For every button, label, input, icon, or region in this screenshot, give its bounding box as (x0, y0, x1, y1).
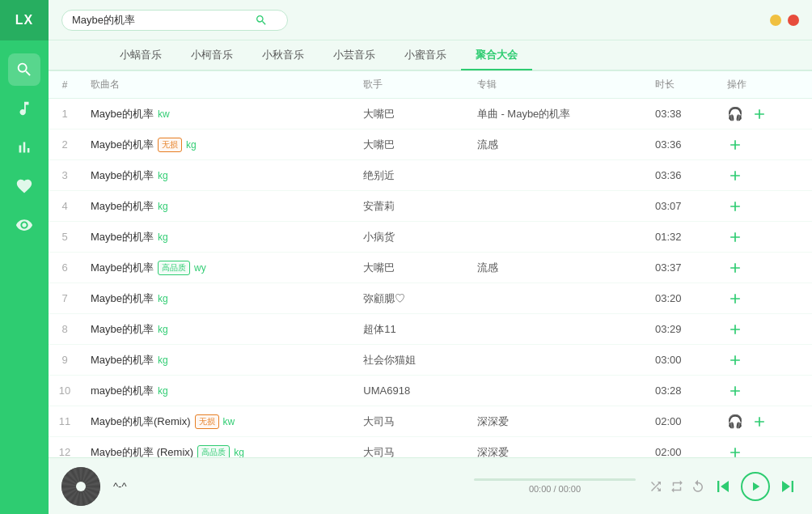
play-song-button[interactable]: 🎧 (727, 106, 743, 121)
row-title: Maybe的机率kg (81, 222, 353, 253)
songs-table: # 歌曲名 歌手 专辑 时长 操作 1Maybe的机率kw大嘴巴单曲 - May… (49, 71, 812, 457)
sidebar-item-heart[interactable] (8, 170, 40, 202)
row-album (467, 345, 645, 376)
row-artist: 大嘴巴 (353, 130, 467, 160)
sidebar-item-chart[interactable] (8, 131, 40, 164)
prev-button[interactable] (712, 475, 734, 498)
table-row: 2Maybe的机率无损kg大嘴巴流感03:36 (49, 130, 812, 160)
search-bar (61, 10, 288, 31)
player-time: 00:00 / 00:00 (474, 484, 636, 494)
row-actions (717, 283, 812, 314)
song-name-text: Maybe的机率 (91, 261, 154, 275)
add-song-button[interactable] (727, 444, 743, 458)
row-album (467, 376, 645, 406)
repeat-button[interactable] (670, 479, 684, 494)
tab-xiaowo[interactable]: 小蜗音乐 (105, 41, 176, 70)
row-duration: 03:00 (645, 345, 717, 376)
add-song-button[interactable] (727, 383, 743, 399)
row-duration: 03:38 (645, 99, 717, 130)
row-index: 11 (49, 406, 81, 437)
player-bar: ^-^ 00:00 / 00:00 (49, 457, 812, 514)
row-artist: 大嘴巴 (353, 99, 467, 130)
row-actions (717, 437, 812, 458)
song-name-text: maybe的机率 (91, 384, 154, 398)
song-name-text: Maybe的机率(Remix) (91, 414, 191, 429)
row-actions (717, 345, 812, 376)
row-title: Maybe的机率kg (81, 283, 353, 314)
shuffle-button[interactable] (649, 479, 663, 494)
add-song-button[interactable] (727, 168, 743, 184)
song-name-text: Maybe的机率 (91, 291, 154, 306)
row-artist: 小病货 (353, 222, 467, 253)
tab-juheda[interactable]: 聚合大会 (461, 41, 532, 70)
row-artist: 绝别近 (353, 160, 467, 191)
row-index: 3 (49, 160, 81, 191)
row-title: Maybe的机率kg (81, 191, 353, 222)
next-button[interactable] (776, 475, 799, 498)
row-index: 9 (49, 345, 81, 376)
row-index: 10 (49, 376, 81, 406)
add-song-button[interactable] (727, 352, 743, 368)
table-row: 8Maybe的机率kg超体1103:29 (49, 314, 812, 345)
badge-free: 无损 (195, 414, 219, 429)
window-controls (770, 15, 799, 26)
row-title: Maybe的机率kg (81, 314, 353, 345)
sidebar-item-music[interactable] (8, 92, 40, 125)
source-tag2: kg (234, 447, 244, 458)
minimize-button[interactable] (770, 15, 781, 26)
play-song-button[interactable]: 🎧 (727, 414, 743, 429)
add-song-button[interactable] (727, 137, 743, 153)
search-input[interactable] (72, 14, 250, 26)
row-actions (717, 253, 812, 283)
loop-button[interactable] (691, 479, 705, 494)
row-duration: 03:36 (645, 160, 717, 191)
source-tag: kg (158, 355, 168, 366)
song-name-text: Maybe的机率 (91, 138, 154, 152)
row-actions (717, 314, 812, 345)
row-actions (717, 376, 812, 406)
sidebar-nav (8, 40, 40, 514)
close-button[interactable] (788, 15, 799, 26)
tab-xiaoqiu[interactable]: 小秋音乐 (247, 41, 319, 70)
header (49, 0, 812, 40)
app-logo: LX (0, 0, 49, 40)
col-album: 专辑 (467, 71, 645, 99)
sidebar: LX (0, 0, 49, 514)
row-index: 1 (49, 99, 81, 130)
row-duration: 03:20 (645, 283, 717, 314)
add-song-button[interactable] (727, 321, 743, 338)
search-button[interactable] (255, 14, 268, 27)
song-name-text: Maybe的机率 (91, 353, 154, 367)
add-song-button[interactable] (751, 106, 768, 122)
add-song-button[interactable] (727, 260, 743, 276)
play-button[interactable] (741, 472, 770, 501)
row-duration: 03:36 (645, 130, 717, 160)
tab-xiaoyun[interactable]: 小芸音乐 (319, 41, 390, 70)
table-row: 6Maybe的机率高品质wy大嘴巴流感03:37 (49, 253, 812, 283)
tab-xiaoke[interactable]: 小柯音乐 (176, 41, 247, 70)
table-row: 4Maybe的机率kg安蕾莉03:07 (49, 191, 812, 222)
row-album (467, 283, 645, 314)
row-duration: 03:37 (645, 253, 717, 283)
row-album: 单曲 - Maybe的机率 (467, 99, 645, 130)
row-duration: 01:32 (645, 222, 717, 253)
add-song-button[interactable] (727, 198, 743, 215)
song-name-text: Maybe的机率 (91, 199, 154, 214)
add-song-button[interactable] (751, 414, 768, 430)
table-row: 9Maybe的机率kg社会你猫姐03:00 (49, 345, 812, 376)
sidebar-item-discover[interactable] (8, 209, 40, 241)
row-title: Maybe的机率kg (81, 160, 353, 191)
badge-hq: 高品质 (158, 261, 190, 275)
progress-bar[interactable] (474, 478, 636, 481)
row-artist: 安蕾莉 (353, 191, 467, 222)
sidebar-item-search[interactable] (8, 53, 40, 86)
add-song-button[interactable] (727, 229, 743, 245)
row-actions (717, 130, 812, 160)
col-index: # (49, 71, 81, 99)
badge-free: 无损 (158, 138, 182, 152)
row-index: 8 (49, 314, 81, 345)
table-row: 5Maybe的机率kg小病货01:32 (49, 222, 812, 253)
add-song-button[interactable] (727, 291, 743, 307)
table-row: 11Maybe的机率(Remix)无损kw大司马深深爱02:00🎧 (49, 406, 812, 437)
tab-xiaomi[interactable]: 小蜜音乐 (390, 41, 461, 70)
